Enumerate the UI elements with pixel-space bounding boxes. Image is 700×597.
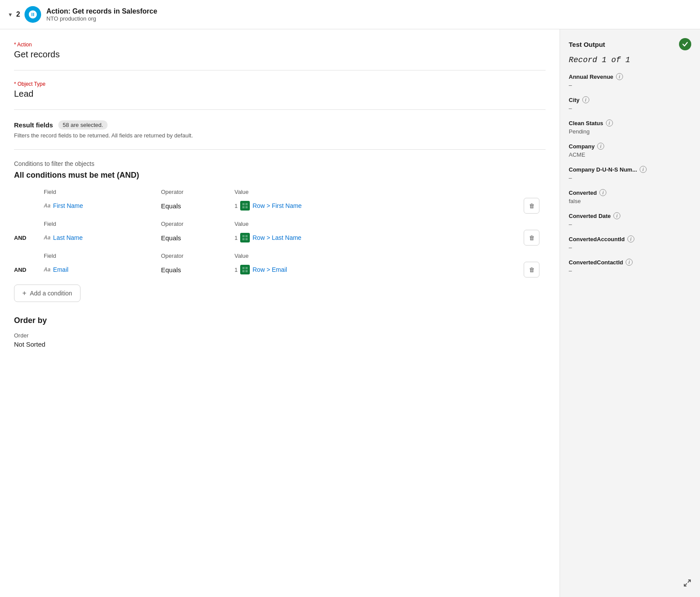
output-field-5: Converted i false [569,189,691,204]
field-type-icon-3: Aa [44,267,50,273]
field-chip-2[interactable]: Aa Last Name [44,234,158,241]
check-circle-icon [679,38,691,50]
output-field-value-0: – [569,82,691,88]
test-output-header: Test Output [569,38,691,50]
svg-line-13 [684,583,687,586]
output-field-value-6: – [569,221,691,228]
test-output-title: Test Output [569,41,605,48]
action-title-block: Action: Get records in Salesforce NTO pr… [46,7,157,22]
result-fields-row: Result fields 58 are selected. [14,120,546,130]
delete-condition-1[interactable]: 🗑 [524,198,539,214]
output-field-value-5: false [569,198,691,204]
value-ref-2[interactable]: Row > Last Name [252,234,301,241]
output-field-3: Company i ACME [569,143,691,158]
info-icon-3[interactable]: i [597,143,604,150]
field-name-3[interactable]: Email [53,266,68,273]
col-header-value-2: Value [234,221,520,227]
result-fields-desc: Filters the record fields to be returned… [14,132,546,139]
order-by-section: Order by Order Not Sorted [14,316,546,348]
output-field-name-2: Clean Status i [569,119,691,126]
output-field-name-6: Converted Date i [569,212,691,219]
output-field-0: Annual Revenue i – [569,73,691,88]
plus-icon: + [22,289,26,297]
value-cell-1: 1 Row > First Name [234,201,520,211]
value-ref-3[interactable]: Row > Email [252,266,287,273]
field-type-icon-1: Aa [44,203,50,209]
right-panel: Test Output Record 1 of 1 Annual Revenue… [560,29,700,597]
output-field-6: Converted Date i – [569,212,691,228]
output-field-value-7: – [569,244,691,251]
info-icon-8[interactable]: i [626,259,633,266]
info-icon-7[interactable]: i [627,235,634,242]
info-icon-5[interactable]: i [599,189,606,196]
svg-rect-8 [242,267,245,269]
condition-header-row-1: Field Operator Value [14,189,546,195]
output-field-8: ConvertedContactId i – [569,259,691,274]
action-subtitle: NTO production org [46,15,157,22]
output-field-value-3: ACME [569,151,691,158]
add-condition-button[interactable]: + Add a condition [14,284,80,302]
output-field-value-8: – [569,267,691,274]
result-fields-label: Result fields [14,121,53,129]
operator-2[interactable]: Equals [161,234,231,242]
expand-icon[interactable] [683,579,691,588]
condition-header-row-2: Field Operator Value [14,221,546,227]
order-label: Order [14,332,546,339]
svg-rect-10 [242,270,245,272]
operator-3[interactable]: Equals [161,266,231,274]
collapse-chevron[interactable]: ▾ [9,11,12,18]
field-name-1[interactable]: First Name [53,202,83,209]
output-field-name-0: Annual Revenue i [569,73,691,80]
output-field-name-4: Company D-U-N-S Num... i [569,166,691,173]
object-type-label: Object Type [14,81,546,87]
condition-prefix-3: AND [14,267,40,273]
svg-rect-7 [245,238,248,240]
action-value: Get records [14,49,546,60]
value-ref-1[interactable]: Row > First Name [252,202,301,209]
output-field-value-1: – [569,105,691,112]
value-num-1: 1 [234,203,238,209]
delete-condition-2[interactable]: 🗑 [524,230,539,246]
svg-line-12 [688,580,690,583]
svg-rect-6 [242,238,245,240]
output-field-4: Company D-U-N-S Num... i – [569,166,691,181]
col-header-operator-3: Operator [161,253,231,259]
svg-rect-9 [245,267,248,269]
field-chip-3[interactable]: Aa Email [44,266,158,273]
col-header-field-1: Field [44,189,158,195]
svg-rect-3 [245,206,248,208]
condition-row-1: Aa First Name Equals 1 Row > First Name … [14,198,546,214]
info-icon-2[interactable]: i [606,119,613,126]
output-fields-list: Annual Revenue i – City i – Clean Status… [569,73,691,274]
result-fields-badge[interactable]: 58 are selected. [58,120,108,130]
svg-rect-4 [242,235,245,237]
top-bar: ▾ 2 Action: Get records in Salesforce NT… [0,0,700,29]
divider-2 [14,109,546,110]
conditions-section-title: Conditions to filter the objects [14,160,546,167]
conditions-table: Field Operator Value Aa First Name Equal… [14,189,546,277]
operator-1[interactable]: Equals [161,202,231,210]
output-field-1: City i – [569,96,691,112]
output-field-name-8: ConvertedContactId i [569,259,691,266]
output-field-name-5: Converted i [569,189,691,196]
value-cell-3: 1 Row > Email [234,265,520,274]
delete-condition-3[interactable]: 🗑 [524,262,539,277]
info-icon-1[interactable]: i [582,96,589,103]
main-layout: Action Get records Object Type Lead Resu… [0,29,700,597]
field-name-2[interactable]: Last Name [53,234,83,241]
condition-prefix-2: AND [14,235,40,241]
condition-header-row-3: Field Operator Value [14,253,546,259]
value-cell-2: 1 Row > Last Name [234,233,520,242]
col-header-value-3: Value [234,253,520,259]
info-icon-4[interactable]: i [640,166,647,173]
value-num-3: 1 [234,267,238,273]
svg-rect-0 [242,203,245,205]
field-type-icon-2: Aa [44,235,50,241]
info-icon-0[interactable]: i [616,73,623,80]
output-field-value-2: Pending [569,128,691,135]
spreadsheet-icon-1 [240,201,250,211]
field-chip-1[interactable]: Aa First Name [44,202,158,209]
info-icon-6[interactable]: i [613,212,620,219]
object-type-value: Lead [14,89,546,99]
add-condition-label: Add a condition [30,290,72,297]
